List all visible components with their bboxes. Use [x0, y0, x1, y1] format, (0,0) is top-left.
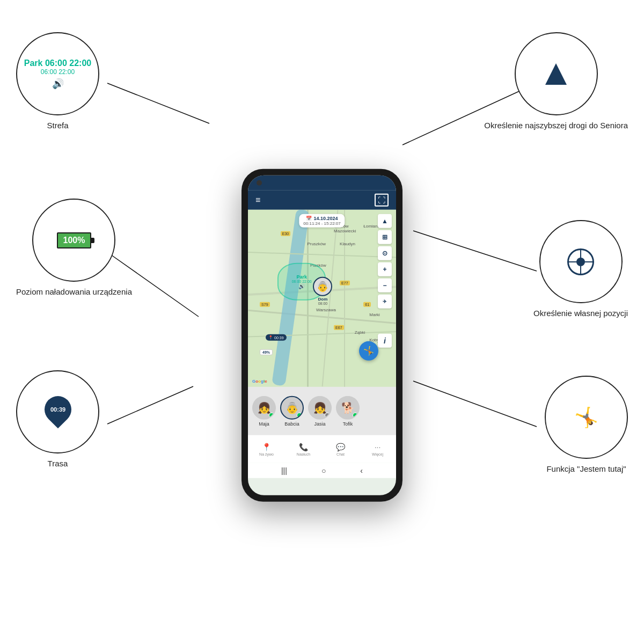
contact-avatar-maja: 👧	[252, 396, 276, 419]
contact-maja[interactable]: 👧 Maja	[252, 396, 276, 426]
battery-map-indicator: 49%	[260, 349, 273, 355]
nav-direction-btn[interactable]: ▲	[378, 214, 392, 228]
nav-circle	[515, 32, 598, 115]
nasluch-label: Nasłuch	[297, 452, 310, 456]
wiecej-label: Więcej	[372, 452, 383, 456]
contact-jasia[interactable]: 👧 Jasia	[308, 396, 332, 426]
nav-arrow-icon	[545, 63, 567, 85]
jestem-person-icon: 🤸	[574, 406, 598, 429]
zone-circle: Park 06:00 22:00 06:00 22:00 🔊	[16, 32, 99, 115]
route-description: Trasa	[48, 458, 68, 469]
maja-name: Maja	[259, 421, 269, 426]
layers-btn[interactable]: ⊞	[378, 230, 392, 244]
city-zabki: Ząbki	[355, 330, 365, 335]
satellite-btn[interactable]: ✈	[378, 295, 392, 309]
camera-hole	[257, 180, 262, 186]
status-bar	[248, 175, 396, 191]
expand-icon[interactable]: ⛶	[375, 194, 389, 207]
person-time: 08:00	[318, 302, 328, 305]
phone-device: ≡ ⛶ OżarówMazowiecki Pruszków Piasków	[241, 169, 402, 502]
info-btn[interactable]: i	[378, 334, 392, 348]
svg-line-0	[107, 83, 209, 123]
na-zywo-icon: 📍	[262, 442, 271, 451]
pos-circle	[539, 220, 623, 303]
contact-avatar-babcia: 👵	[280, 396, 304, 419]
time-range-text: 00:11:24 - 15:22:07	[303, 221, 340, 226]
route-marker: 📍 00:39	[266, 334, 287, 341]
road-num-61: 61	[363, 302, 371, 306]
google-logo: Google	[252, 379, 267, 384]
user-location-fab[interactable]: 🤸	[359, 341, 378, 360]
route-annotation: 00:39 Trasa	[16, 370, 99, 469]
svg-line-2	[107, 386, 193, 424]
babcia-status-dot	[297, 412, 302, 418]
tab-na-zywo[interactable]: 📍 Na żywo	[248, 435, 285, 463]
jasia-name: Jasia	[314, 421, 325, 426]
battery-description: Poziom naładowania urządzenia	[16, 286, 132, 297]
contact-avatar-jasia: 👧	[308, 396, 332, 419]
road-vertical-2	[344, 210, 345, 387]
phone-system-nav: ||| ○ ‹	[248, 463, 396, 478]
maja-status-dot	[269, 412, 274, 418]
tab-bar: 📍 Na żywo 📞 Nasłuch 💬 Chat ··· Więcej	[248, 435, 396, 463]
zone-annotation: Park 06:00 22:00 06:00 22:00 🔊 Strefa	[16, 32, 99, 131]
babcia-name: Babcia	[284, 421, 299, 426]
road-num-s79: S79	[260, 302, 269, 306]
jestem-circle: 🤸	[545, 376, 628, 459]
contacts-strip: 👧 Maja 👵 Babcia 👧	[248, 387, 396, 435]
zone-circle-label: Park 06:00 22:00	[24, 58, 91, 68]
map-zone-times: 06:00 22:00	[292, 280, 312, 283]
contact-babcia[interactable]: 👵 Babcia	[280, 396, 304, 426]
back-btn[interactable]: |||	[281, 466, 287, 475]
nasluch-icon: 📞	[299, 442, 308, 451]
phone-screen: ≡ ⛶ OżarówMazowiecki Pruszków Piasków	[248, 175, 396, 495]
jestem-annotation: 🤸 Funkcja "Jestem tutaj"	[545, 376, 628, 474]
map-controls: ▲ ⊞ ⊙ + − ✈	[378, 214, 392, 309]
navigation-annotation: Określenie najszybszej drogi do Seniora	[484, 32, 628, 131]
contact-tofik[interactable]: 🐕 Tofik	[336, 396, 360, 426]
battery-circle: 100%	[32, 199, 115, 282]
zone-time-display: 06:00 22:00	[41, 68, 75, 76]
jasia-emoji: 👧	[313, 401, 327, 414]
battery-display: 100%	[57, 232, 92, 248]
route-time-display: 00:39	[50, 406, 65, 413]
road-num-e30: E30	[281, 231, 290, 236]
position-annotation: Określenie własnej pozycji	[533, 220, 628, 319]
person-label: Dom	[318, 297, 328, 302]
svg-line-4	[413, 231, 537, 271]
maja-emoji: 👧	[258, 401, 271, 414]
zoom-out-btn[interactable]: −	[378, 279, 392, 292]
tab-nasluch[interactable]: 📞 Nasłuch	[285, 435, 322, 463]
hamburger-menu-icon[interactable]: ≡	[255, 195, 260, 205]
tab-chat[interactable]: 💬 Chat	[322, 435, 359, 463]
tofik-emoji: 🐕	[341, 401, 355, 414]
map-zone-label: Park	[296, 274, 307, 280]
city-warszawa: Warszawa	[316, 307, 336, 312]
svg-line-5	[413, 381, 537, 427]
map-zone-sound: 🔊	[298, 283, 305, 289]
city-marki: Marki	[369, 312, 380, 317]
city-pruszkow: Pruszków	[307, 241, 326, 246]
date-badge: 📅14.10.2024 00:11:24 - 15:22:07	[299, 214, 345, 228]
route-marker-time: 00:39	[274, 336, 284, 340]
zoom-in-btn[interactable]: +	[378, 262, 392, 276]
babcia-emoji: 👵	[286, 401, 299, 414]
location-btn[interactable]: ⊙	[378, 246, 392, 260]
tofik-status-dot	[353, 412, 358, 418]
date-text: 14.10.2024	[313, 216, 338, 221]
map-view[interactable]: OżarówMazowiecki Pruszków Piasków Klaudy…	[248, 210, 396, 387]
tofik-name: Tofik	[343, 421, 353, 426]
jasia-status-dot	[325, 412, 330, 418]
na-zywo-label: Na żywo	[259, 452, 274, 456]
jestem-description: Funkcja "Jestem tutaj"	[546, 463, 626, 474]
nav-bar: ≡ ⛶	[248, 191, 396, 210]
chat-icon: 💬	[336, 442, 345, 451]
city-klaudyn: Klaudyn	[340, 241, 355, 246]
phone-frame: ≡ ⛶ OżarówMazowiecki Pruszków Piasków	[241, 169, 402, 502]
recent-btn[interactable]: ‹	[360, 466, 363, 475]
route-circle: 00:39	[16, 370, 99, 453]
tab-wiecej[interactable]: ··· Więcej	[359, 435, 396, 463]
chat-label: Chat	[336, 452, 345, 456]
home-btn[interactable]: ○	[321, 466, 326, 475]
road-num-e77: E77	[340, 281, 349, 286]
